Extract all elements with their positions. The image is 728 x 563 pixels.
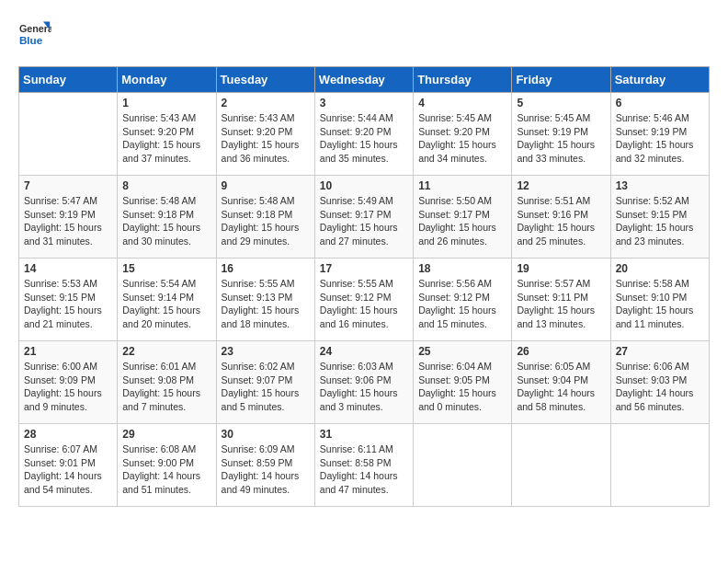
day-number: 6 [616,97,704,109]
day-number: 8 [122,179,210,192]
day-info: Sunrise: 5:43 AM Sunset: 9:20 PM Dayligh… [222,111,310,166]
calendar-cell: 21Sunrise: 6:00 AM Sunset: 9:09 PM Dayli… [19,341,118,424]
day-number: 13 [616,179,704,192]
calendar-cell [19,93,118,176]
day-info: Sunrise: 5:47 AM Sunset: 9:19 PM Dayligh… [24,194,112,248]
day-info: Sunrise: 5:49 AM Sunset: 9:17 PM Dayligh… [320,194,408,248]
calendar-cell: 13Sunrise: 5:52 AM Sunset: 9:15 PM Dayli… [610,176,709,259]
day-number: 22 [122,345,210,358]
calendar-cell: 12Sunrise: 5:51 AM Sunset: 9:16 PM Dayli… [512,176,610,259]
calendar-cell: 17Sunrise: 5:55 AM Sunset: 9:12 PM Dayli… [314,259,413,341]
day-info: Sunrise: 5:53 AM Sunset: 9:15 PM Dayligh… [24,277,112,331]
weekday-header: Tuesday [216,67,314,93]
calendar-week-row: 14Sunrise: 5:53 AM Sunset: 9:15 PM Dayli… [19,259,710,341]
calendar-week-row: 28Sunrise: 6:07 AM Sunset: 9:01 PM Dayli… [19,424,710,507]
calendar-cell: 7Sunrise: 5:47 AM Sunset: 9:19 PM Daylig… [19,176,118,259]
day-number: 17 [320,262,408,275]
calendar-cell: 10Sunrise: 5:49 AM Sunset: 9:17 PM Dayli… [314,176,413,259]
calendar-cell: 30Sunrise: 6:09 AM Sunset: 8:59 PM Dayli… [216,424,314,507]
calendar-week-row: 21Sunrise: 6:00 AM Sunset: 9:09 PM Dayli… [19,341,710,424]
day-info: Sunrise: 6:02 AM Sunset: 9:07 PM Dayligh… [222,360,310,414]
calendar-cell [610,424,709,507]
day-info: Sunrise: 6:11 AM Sunset: 8:58 PM Dayligh… [320,442,408,497]
day-info: Sunrise: 6:06 AM Sunset: 9:03 PM Dayligh… [616,360,704,414]
calendar-cell: 29Sunrise: 6:08 AM Sunset: 9:00 PM Dayli… [118,424,216,507]
day-info: Sunrise: 5:56 AM Sunset: 9:12 PM Dayligh… [418,277,506,331]
logo: GeneralBlue [18,18,51,52]
calendar-cell [414,424,512,507]
weekday-header: Saturday [610,67,709,93]
calendar-cell: 1Sunrise: 5:43 AM Sunset: 9:20 PM Daylig… [118,93,216,176]
calendar-cell: 31Sunrise: 6:11 AM Sunset: 8:58 PM Dayli… [314,424,413,507]
day-number: 27 [616,345,704,358]
weekday-header: Wednesday [314,67,413,93]
day-info: Sunrise: 5:51 AM Sunset: 9:16 PM Dayligh… [517,194,605,248]
day-number: 9 [222,179,310,192]
calendar-cell: 5Sunrise: 5:45 AM Sunset: 9:19 PM Daylig… [512,93,610,176]
day-number: 20 [616,262,704,275]
day-number: 29 [122,428,210,441]
calendar-cell: 18Sunrise: 5:56 AM Sunset: 9:12 PM Dayli… [414,259,512,341]
calendar-cell: 19Sunrise: 5:57 AM Sunset: 9:11 PM Dayli… [512,259,610,341]
day-number: 24 [320,345,408,358]
day-info: Sunrise: 5:52 AM Sunset: 9:15 PM Dayligh… [616,194,704,248]
day-info: Sunrise: 5:50 AM Sunset: 9:17 PM Dayligh… [418,194,506,248]
day-info: Sunrise: 6:03 AM Sunset: 9:06 PM Dayligh… [320,360,408,414]
calendar-cell: 27Sunrise: 6:06 AM Sunset: 9:03 PM Dayli… [610,341,709,424]
calendar-cell: 4Sunrise: 5:45 AM Sunset: 9:20 PM Daylig… [414,93,512,176]
day-info: Sunrise: 6:01 AM Sunset: 9:08 PM Dayligh… [122,360,210,414]
day-number: 19 [517,262,605,275]
day-info: Sunrise: 5:43 AM Sunset: 9:20 PM Dayligh… [122,111,210,166]
calendar-cell: 23Sunrise: 6:02 AM Sunset: 9:07 PM Dayli… [216,341,314,424]
day-number: 1 [122,97,210,109]
weekday-header: Monday [118,67,216,93]
day-number: 4 [418,97,506,109]
day-number: 14 [24,262,112,275]
calendar-table: SundayMondayTuesdayWednesdayThursdayFrid… [18,66,710,507]
day-info: Sunrise: 5:55 AM Sunset: 9:12 PM Dayligh… [320,277,408,331]
day-number: 16 [222,262,310,275]
day-info: Sunrise: 5:48 AM Sunset: 9:18 PM Dayligh… [122,194,210,248]
weekday-header: Sunday [19,67,118,93]
calendar-cell: 20Sunrise: 5:58 AM Sunset: 9:10 PM Dayli… [610,259,709,341]
day-number: 7 [24,179,112,192]
calendar-cell: 9Sunrise: 5:48 AM Sunset: 9:18 PM Daylig… [216,176,314,259]
calendar-week-row: 1Sunrise: 5:43 AM Sunset: 9:20 PM Daylig… [19,93,710,176]
svg-text:Blue: Blue [19,34,43,46]
calendar-cell: 24Sunrise: 6:03 AM Sunset: 9:06 PM Dayli… [314,341,413,424]
calendar-cell: 11Sunrise: 5:50 AM Sunset: 9:17 PM Dayli… [414,176,512,259]
day-number: 31 [320,428,408,441]
day-number: 25 [418,345,506,358]
day-number: 21 [24,345,112,358]
logo-icon: GeneralBlue [18,18,51,52]
calendar-cell: 8Sunrise: 5:48 AM Sunset: 9:18 PM Daylig… [118,176,216,259]
day-number: 3 [320,97,408,109]
day-number: 28 [24,428,112,441]
day-number: 30 [222,428,310,441]
day-info: Sunrise: 6:07 AM Sunset: 9:01 PM Dayligh… [24,442,112,497]
weekday-header: Friday [512,67,610,93]
day-info: Sunrise: 6:00 AM Sunset: 9:09 PM Dayligh… [24,360,112,414]
calendar-week-row: 7Sunrise: 5:47 AM Sunset: 9:19 PM Daylig… [19,176,710,259]
day-info: Sunrise: 5:57 AM Sunset: 9:11 PM Dayligh… [517,277,605,331]
day-number: 26 [517,345,605,358]
day-info: Sunrise: 6:09 AM Sunset: 8:59 PM Dayligh… [222,442,310,497]
calendar-cell: 6Sunrise: 5:46 AM Sunset: 9:19 PM Daylig… [610,93,709,176]
calendar-cell: 2Sunrise: 5:43 AM Sunset: 9:20 PM Daylig… [216,93,314,176]
day-info: Sunrise: 5:55 AM Sunset: 9:13 PM Dayligh… [222,277,310,331]
weekday-header: Thursday [414,67,512,93]
day-info: Sunrise: 5:58 AM Sunset: 9:10 PM Dayligh… [616,277,704,331]
calendar-cell: 22Sunrise: 6:01 AM Sunset: 9:08 PM Dayli… [118,341,216,424]
weekday-header-row: SundayMondayTuesdayWednesdayThursdayFrid… [19,67,710,93]
day-number: 5 [517,97,605,109]
calendar-cell: 26Sunrise: 6:05 AM Sunset: 9:04 PM Dayli… [512,341,610,424]
day-number: 12 [517,179,605,192]
day-info: Sunrise: 5:54 AM Sunset: 9:14 PM Dayligh… [122,277,210,331]
calendar-cell: 15Sunrise: 5:54 AM Sunset: 9:14 PM Dayli… [118,259,216,341]
day-info: Sunrise: 6:04 AM Sunset: 9:05 PM Dayligh… [418,360,506,414]
day-info: Sunrise: 5:45 AM Sunset: 9:19 PM Dayligh… [517,111,605,166]
calendar-cell: 28Sunrise: 6:07 AM Sunset: 9:01 PM Dayli… [19,424,118,507]
calendar-cell: 25Sunrise: 6:04 AM Sunset: 9:05 PM Dayli… [414,341,512,424]
calendar-cell [512,424,610,507]
day-info: Sunrise: 5:46 AM Sunset: 9:19 PM Dayligh… [616,111,704,166]
